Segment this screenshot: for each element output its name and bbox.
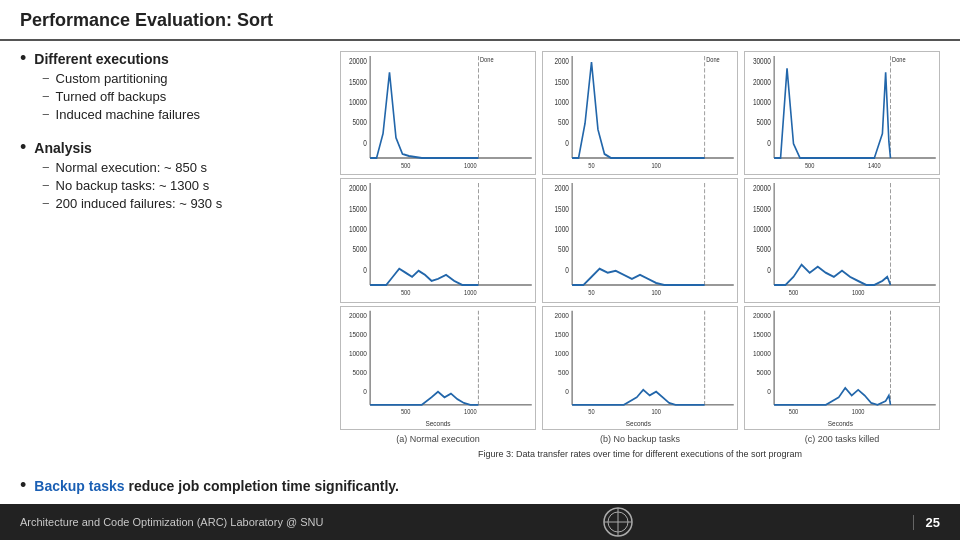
charts-grid: 20000 15000 10000 5000 0 500 1000 Done — [340, 51, 940, 444]
charts-area: 20000 15000 10000 5000 0 500 1000 Done — [340, 51, 940, 462]
svg-text:1000: 1000 — [555, 97, 569, 107]
sub-text-6: 200 induced failures: ~ 930 s — [56, 196, 223, 211]
svg-text:Seconds: Seconds — [626, 419, 652, 427]
svg-text:20000: 20000 — [753, 77, 771, 87]
sub-text-4: Normal execution: ~ 850 s — [56, 160, 207, 175]
bullet-main-analysis: • Analysis — [20, 140, 330, 156]
bottom-highlight: • Backup tasks reduce job completion tim… — [0, 468, 960, 504]
svg-text:1000: 1000 — [464, 407, 477, 415]
svg-text:0: 0 — [767, 387, 771, 395]
dash-3: − — [42, 107, 50, 122]
svg-text:15000: 15000 — [349, 204, 367, 214]
svg-text:500: 500 — [401, 289, 411, 297]
svg-text:0: 0 — [565, 265, 569, 275]
svg-text:500: 500 — [558, 368, 569, 376]
svg-text:10000: 10000 — [753, 97, 771, 107]
svg-text:100: 100 — [651, 407, 661, 415]
chart-input-1: 20000 15000 10000 5000 0 500 1000 Done — [340, 51, 536, 175]
main-content: • Different executions − Custom partitio… — [0, 41, 960, 462]
svg-text:50: 50 — [588, 407, 595, 415]
svg-text:50: 50 — [588, 289, 595, 297]
sub-bullet-2: − Turned off backups — [42, 89, 330, 104]
chart-shuffle-1: 20000 15000 10000 5000 0 500 1000 — [340, 178, 536, 302]
svg-text:20000: 20000 — [753, 184, 771, 194]
svg-text:30000: 30000 — [753, 56, 771, 66]
svg-text:5000: 5000 — [757, 368, 771, 376]
sub-bullet-6: − 200 induced failures: ~ 930 s — [42, 196, 330, 211]
dash-6: − — [42, 196, 50, 211]
svg-text:50: 50 — [588, 162, 595, 170]
svg-text:0: 0 — [565, 138, 569, 148]
svg-text:5000: 5000 — [757, 118, 771, 128]
footer: Architecture and Code Optimization (ARC)… — [0, 504, 960, 540]
svg-text:1000: 1000 — [852, 289, 865, 297]
svg-text:500: 500 — [401, 162, 411, 170]
chart-input-2: 2000 1500 1000 500 0 50 100 Done — [542, 51, 738, 175]
svg-text:Seconds: Seconds — [425, 419, 451, 427]
sub-bullet-3: − Induced machine failures — [42, 107, 330, 122]
section-analysis: • Analysis − Normal execution: ~ 850 s −… — [20, 140, 330, 211]
sub-bullet-5: − No backup tasks: ~ 1300 s — [42, 178, 330, 193]
bullet-main-executions: • Different executions — [20, 51, 330, 67]
left-column: • Different executions − Custom partitio… — [20, 51, 330, 462]
dash-2: − — [42, 89, 50, 104]
chart-output-3: 20000 15000 10000 5000 0 500 1000 Second… — [744, 306, 940, 430]
figure-caption: Figure 3: Data transfer rates over time … — [340, 446, 940, 462]
highlight-row: • Backup tasks reduce job completion tim… — [20, 478, 940, 494]
chart-output-1: 20000 15000 10000 5000 0 500 1000 Second… — [340, 306, 536, 430]
chart-output-2: 2000 1500 1000 500 0 50 100 Seconds — [542, 306, 738, 430]
svg-text:2000: 2000 — [555, 312, 569, 320]
bullet-executions-text: Different executions — [34, 51, 169, 67]
chart-col-1: 20000 15000 10000 5000 0 500 1000 Done — [340, 51, 536, 444]
svg-text:1500: 1500 — [555, 77, 569, 87]
bullet-analysis-text: Analysis — [34, 140, 92, 156]
sub-bullets-analysis: − Normal execution: ~ 850 s − No backup … — [42, 160, 330, 211]
footer-logo — [602, 506, 634, 538]
svg-text:500: 500 — [789, 407, 799, 415]
svg-text:1000: 1000 — [464, 162, 477, 170]
highlight-dot: • — [20, 476, 26, 494]
svg-text:0: 0 — [767, 265, 771, 275]
svg-text:1000: 1000 — [555, 225, 569, 235]
svg-text:10000: 10000 — [753, 349, 771, 357]
svg-text:1400: 1400 — [868, 162, 881, 170]
highlight-text: Backup tasks reduce job completion time … — [34, 478, 399, 494]
svg-text:1000: 1000 — [852, 407, 865, 415]
svg-text:500: 500 — [789, 289, 799, 297]
sub-text-5: No backup tasks: ~ 1300 s — [56, 178, 210, 193]
highlight-blue-text: Backup tasks — [34, 478, 124, 494]
bullet-dot-2: • — [20, 138, 26, 156]
svg-text:1500: 1500 — [555, 330, 569, 338]
svg-text:500: 500 — [805, 162, 815, 170]
chart-col-2: 2000 1500 1000 500 0 50 100 Done — [542, 51, 738, 444]
svg-text:2000: 2000 — [555, 184, 569, 194]
svg-text:20000: 20000 — [349, 184, 367, 194]
caption-col3: (c) 200 tasks killed — [744, 434, 940, 444]
svg-text:10000: 10000 — [753, 225, 771, 235]
svg-text:20000: 20000 — [349, 312, 367, 320]
dash-4: − — [42, 160, 50, 175]
svg-text:5000: 5000 — [353, 368, 367, 376]
dash-5: − — [42, 178, 50, 193]
svg-text:1000: 1000 — [555, 349, 569, 357]
dash-1: − — [42, 71, 50, 86]
svg-text:Done: Done — [706, 56, 720, 64]
caption-col1: (a) Normal execution — [340, 434, 536, 444]
sub-bullets-executions: − Custom partitioning − Turned off backu… — [42, 71, 330, 122]
svg-text:5000: 5000 — [353, 245, 367, 255]
bullet-dot-1: • — [20, 49, 26, 67]
svg-text:15000: 15000 — [753, 204, 771, 214]
svg-text:10000: 10000 — [349, 97, 367, 107]
svg-text:0: 0 — [767, 138, 771, 148]
svg-text:10000: 10000 — [349, 349, 367, 357]
chart-input-3: 30000 20000 10000 5000 0 500 1400 Done — [744, 51, 940, 175]
footer-left-text: Architecture and Code Optimization (ARC)… — [20, 516, 323, 528]
svg-text:500: 500 — [401, 407, 411, 415]
svg-text:2000: 2000 — [555, 56, 569, 66]
sub-text-1: Custom partitioning — [56, 71, 168, 86]
svg-text:5000: 5000 — [353, 118, 367, 128]
svg-text:0: 0 — [363, 265, 367, 275]
svg-text:0: 0 — [363, 387, 367, 395]
page-container: Performance Evaluation: Sort • Different… — [0, 0, 960, 540]
footer-page-number: 25 — [913, 515, 940, 530]
